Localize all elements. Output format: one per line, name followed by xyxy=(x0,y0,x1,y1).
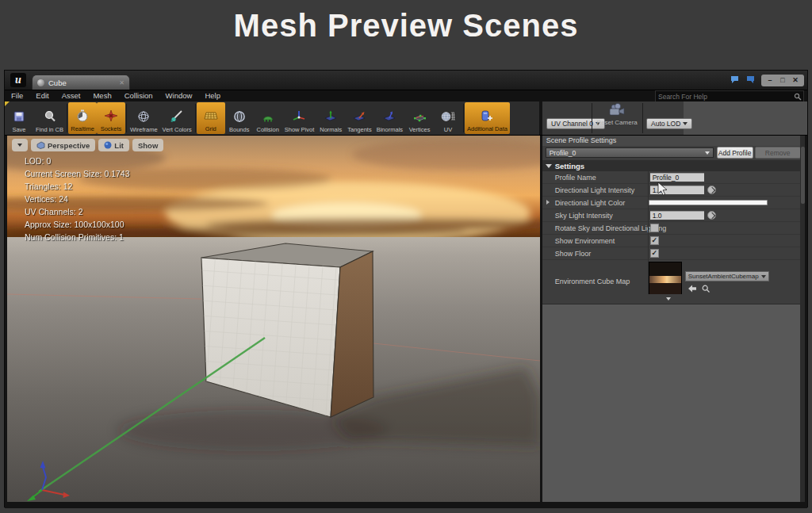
toolbar-separator xyxy=(126,104,127,132)
profile-name-input[interactable]: Profile_0 xyxy=(650,173,704,182)
paintbrush-icon xyxy=(170,108,184,125)
perspective-button[interactable]: Perspective xyxy=(31,139,95,151)
remove-profile-button[interactable]: Remove Profile xyxy=(755,147,801,159)
asset-tab-cube[interactable]: Cube ✕ xyxy=(32,75,130,90)
feedback-bubble-icon[interactable] xyxy=(730,73,741,87)
slide: Mesh Preview Scenes u Cube ✕ xyxy=(0,0,812,513)
unreal-logo-icon: u xyxy=(10,73,26,87)
auto-lod-dropdown[interactable]: Auto LOD xyxy=(646,118,692,129)
community-bubble-icon[interactable] xyxy=(745,73,755,87)
toolbar-button-sockets[interactable]: Sockets xyxy=(97,102,125,134)
toolbar-button-uv[interactable]: UV xyxy=(434,101,462,135)
socket-icon xyxy=(104,107,118,124)
toolbar-separator xyxy=(642,103,643,133)
cubemap-asset-dropdown[interactable]: SunsetAmbientCubemap xyxy=(685,271,769,281)
pivot-axes-icon xyxy=(292,108,306,125)
camera-icon xyxy=(607,103,627,117)
toolbar-button-grid[interactable]: Grid xyxy=(197,102,225,134)
chevron-down-icon xyxy=(705,151,710,155)
toolbar-button-collision[interactable]: Collision xyxy=(254,101,282,135)
chevron-down-icon xyxy=(761,275,766,278)
toolbar-button-tangents[interactable]: Tangents xyxy=(345,101,373,135)
help-search-box xyxy=(655,90,804,102)
menu-collision[interactable]: Collision xyxy=(118,90,159,101)
profile-select-dropdown[interactable]: Profile_0 xyxy=(546,147,714,158)
toolbar-button-wireframe[interactable]: Wireframe xyxy=(128,101,160,135)
rotate-sky-checkbox[interactable] xyxy=(650,224,659,232)
panel-scrollbar[interactable] xyxy=(800,136,805,502)
search-input[interactable] xyxy=(656,93,794,101)
row-show-floor: Show Floor ✓ xyxy=(542,247,805,260)
stat-collision-primitives: Num Collision Primitives: 1 xyxy=(25,231,130,243)
stat-vertices: Vertices: 24 xyxy=(25,193,130,205)
show-environment-checkbox[interactable]: ✓ xyxy=(650,236,659,245)
stat-uv-channels: UV Channels: 2 xyxy=(25,205,130,218)
stopwatch-icon xyxy=(75,107,90,124)
normal-arrow-icon xyxy=(324,108,338,125)
stat-approx-size: Approx Size: 100x100x100 xyxy=(25,218,130,231)
binormal-arrow-icon xyxy=(382,108,396,125)
collision-dome-icon xyxy=(261,108,275,125)
toolbar-button-save[interactable]: Save xyxy=(5,101,33,135)
show-floor-checkbox[interactable]: ✓ xyxy=(650,249,659,258)
unsaved-marker-icon xyxy=(5,101,10,106)
toolbar-separator xyxy=(67,104,67,132)
menu-file[interactable]: File xyxy=(5,90,29,101)
menu-help[interactable]: Help xyxy=(198,90,227,101)
toolbar-separator xyxy=(592,103,592,133)
add-profile-button[interactable]: Add Profile xyxy=(717,147,753,159)
reset-camera-button[interactable]: Reset Camera xyxy=(595,103,639,126)
sky-light-intensity-input[interactable]: 1.0 xyxy=(650,211,704,220)
toolbar-button-additional-data[interactable]: Additional Data xyxy=(465,102,510,134)
menu-window[interactable]: Window xyxy=(159,90,199,101)
maximize-button[interactable]: □ xyxy=(777,75,788,86)
chevron-down-icon xyxy=(683,122,688,125)
lit-sphere-icon xyxy=(104,141,112,149)
scene-profile-settings-header: Scene Profile Settings xyxy=(542,136,805,146)
minimize-button[interactable]: – xyxy=(764,75,776,86)
toolbar-button-binormals[interactable]: Binormals xyxy=(374,101,405,135)
row-directional-light-color: Directional Light Color xyxy=(542,197,805,209)
mesh-stats: LOD: 0 Current Screen Size: 0.1743 Trian… xyxy=(25,155,130,243)
toolbar-button-vertices[interactable]: Vertices xyxy=(405,101,434,135)
stat-screen-size: Current Screen Size: 0.1743 xyxy=(25,167,130,180)
row-rotate-sky: Rotate Sky and Directional Lighting xyxy=(542,222,805,235)
bounds-sphere-icon xyxy=(232,108,247,125)
row-sky-light-intensity: Sky Light Intensity 1.0 xyxy=(542,209,805,222)
directional-light-color-swatch[interactable] xyxy=(649,200,768,205)
wireframe-sphere-icon xyxy=(136,108,151,125)
toolbar-button-realtime[interactable]: Realtime xyxy=(68,102,97,134)
tab-close-icon[interactable]: ✕ xyxy=(119,79,124,86)
toolbar-button-normals[interactable]: Normals xyxy=(316,101,345,135)
toolbar-button-vert-colors[interactable]: Vert Colors xyxy=(160,101,194,135)
menu-mesh[interactable]: Mesh xyxy=(86,90,117,101)
toolbar-button-show-pivot[interactable]: Show Pivot xyxy=(282,101,317,135)
details-expander-bar[interactable] xyxy=(542,294,805,304)
close-button[interactable]: ✕ xyxy=(790,75,801,86)
spinner-knob-icon[interactable] xyxy=(707,211,716,220)
chevron-down-icon xyxy=(17,144,22,147)
expander-arrow-icon[interactable] xyxy=(546,200,550,205)
viewport-options-dropdown[interactable] xyxy=(12,139,28,151)
property-column-divider xyxy=(648,171,649,294)
show-menu-button[interactable]: Show xyxy=(132,139,163,151)
browse-magnifier-icon[interactable] xyxy=(702,285,710,293)
toolbar-button-bounds[interactable]: Bounds xyxy=(225,101,254,135)
spinner-knob-icon[interactable] xyxy=(707,186,716,194)
stat-triangles: Triangles: 12 xyxy=(25,180,130,193)
toolbar-button-find-in-cb[interactable]: Find in CB xyxy=(33,101,66,135)
tangent-arrow-icon xyxy=(352,108,366,125)
lit-mode-button[interactable]: Lit xyxy=(98,139,129,151)
3d-viewport[interactable]: Perspective Lit Show LOD: 0 Current Scre… xyxy=(7,136,540,502)
menu-edit[interactable]: Edit xyxy=(29,90,55,101)
details-empty-area xyxy=(542,304,805,502)
mouse-cursor xyxy=(657,182,669,196)
floppy-disk-icon xyxy=(12,108,26,125)
row-profile-name: Profile Name Profile_0 xyxy=(542,171,805,184)
settings-section-header[interactable]: Settings xyxy=(542,160,805,171)
use-selected-arrow-icon[interactable] xyxy=(688,285,697,293)
menu-asset[interactable]: Asset xyxy=(56,90,87,101)
magnifier-icon xyxy=(43,108,57,125)
expand-arrow-icon xyxy=(546,164,552,168)
additional-data-icon xyxy=(480,107,494,124)
